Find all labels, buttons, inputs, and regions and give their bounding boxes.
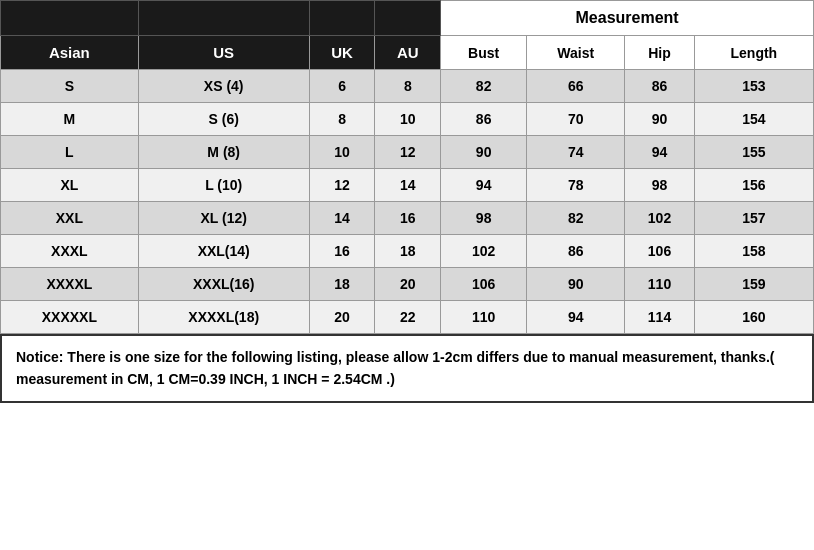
cell-length: 153 [694,70,813,103]
cell-hip: 86 [625,70,694,103]
size-table-body: SXS (4)68826686153MS (6)810867090154LM (… [1,70,814,334]
cell-us: XXL(14) [138,235,309,268]
cell-length: 155 [694,136,813,169]
cell-hip: 110 [625,268,694,301]
measurement-header-label: Measurement [441,1,814,36]
cell-au: 12 [375,136,441,169]
cell-length: 154 [694,103,813,136]
table-row: XLL (10)1214947898156 [1,169,814,202]
cell-au: 16 [375,202,441,235]
table-row: LM (8)1012907494155 [1,136,814,169]
cell-asian: M [1,103,139,136]
cell-asian: XXXXL [1,268,139,301]
cell-bust: 98 [441,202,527,235]
cell-au: 22 [375,301,441,334]
col-header-length: Length [694,36,813,70]
col-header-asian: Asian [1,36,139,70]
notice-text: Notice: There is one size for the follow… [16,349,775,387]
cell-uk: 18 [309,268,375,301]
cell-waist: 70 [527,103,625,136]
table-row: XXXLXXL(14)161810286106158 [1,235,814,268]
cell-waist: 94 [527,301,625,334]
table-row: MS (6)810867090154 [1,103,814,136]
sub-header-row: Asian US UK AU Bust Waist Hip Length [1,36,814,70]
cell-asian: L [1,136,139,169]
cell-length: 159 [694,268,813,301]
cell-length: 157 [694,202,813,235]
table-row: SXS (4)68826686153 [1,70,814,103]
cell-us: XXXL(16) [138,268,309,301]
cell-bust: 82 [441,70,527,103]
empty-cell-4 [375,1,441,36]
cell-asian: XXXL [1,235,139,268]
cell-uk: 20 [309,301,375,334]
col-header-au: AU [375,36,441,70]
cell-asian: XXXXXL [1,301,139,334]
cell-length: 156 [694,169,813,202]
cell-length: 160 [694,301,813,334]
cell-waist: 82 [527,202,625,235]
cell-hip: 90 [625,103,694,136]
cell-hip: 106 [625,235,694,268]
cell-uk: 12 [309,169,375,202]
size-chart-container: Measurement Asian US UK AU Bust Waist Hi… [0,0,814,403]
cell-us: XS (4) [138,70,309,103]
table-row: XXLXL (12)14169882102157 [1,202,814,235]
cell-waist: 78 [527,169,625,202]
cell-uk: 16 [309,235,375,268]
cell-asian: XXL [1,202,139,235]
empty-cell-1 [1,1,139,36]
cell-us: S (6) [138,103,309,136]
col-header-uk: UK [309,36,375,70]
cell-au: 10 [375,103,441,136]
size-chart-table: Measurement Asian US UK AU Bust Waist Hi… [0,0,814,334]
col-header-hip: Hip [625,36,694,70]
cell-au: 18 [375,235,441,268]
notice-box: Notice: There is one size for the follow… [0,334,814,403]
cell-bust: 86 [441,103,527,136]
cell-us: M (8) [138,136,309,169]
cell-au: 20 [375,268,441,301]
cell-length: 158 [694,235,813,268]
col-header-us: US [138,36,309,70]
cell-waist: 90 [527,268,625,301]
cell-asian: XL [1,169,139,202]
cell-waist: 74 [527,136,625,169]
cell-hip: 94 [625,136,694,169]
cell-au: 14 [375,169,441,202]
cell-us: L (10) [138,169,309,202]
top-header-row: Measurement [1,1,814,36]
cell-bust: 94 [441,169,527,202]
cell-au: 8 [375,70,441,103]
cell-uk: 14 [309,202,375,235]
cell-asian: S [1,70,139,103]
cell-uk: 6 [309,70,375,103]
empty-cell-3 [309,1,375,36]
cell-bust: 90 [441,136,527,169]
cell-hip: 102 [625,202,694,235]
col-header-waist: Waist [527,36,625,70]
cell-uk: 10 [309,136,375,169]
cell-bust: 110 [441,301,527,334]
cell-waist: 66 [527,70,625,103]
cell-us: XXXXL(18) [138,301,309,334]
col-header-bust: Bust [441,36,527,70]
cell-hip: 114 [625,301,694,334]
table-row: XXXXLXXXL(16)182010690110159 [1,268,814,301]
cell-bust: 102 [441,235,527,268]
table-row: XXXXXLXXXXL(18)202211094114160 [1,301,814,334]
cell-waist: 86 [527,235,625,268]
cell-uk: 8 [309,103,375,136]
cell-hip: 98 [625,169,694,202]
cell-bust: 106 [441,268,527,301]
cell-us: XL (12) [138,202,309,235]
empty-cell-2 [138,1,309,36]
